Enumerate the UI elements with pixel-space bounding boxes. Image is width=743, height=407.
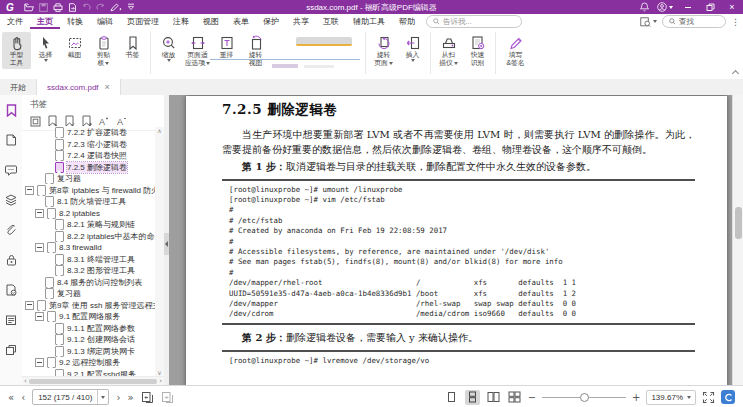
- quick-recognize-button[interactable]: 快速识别: [463, 32, 492, 69]
- bookmark-tree-item[interactable]: 9.1.1 配置网络参数: [22, 323, 155, 335]
- page-number-field[interactable]: 152 (175 / 410): [32, 389, 109, 405]
- scroll-right-icon[interactable]: ›: [159, 377, 162, 385]
- delete-bookmark-icon[interactable]: [64, 115, 75, 127]
- zoom-percentage-field[interactable]: 139.67%: [646, 390, 696, 405]
- print-icon[interactable]: [53, 3, 63, 12]
- bookmark-tree-item[interactable]: 8.3 firewalld: [22, 242, 155, 254]
- increase-text-size-icon[interactable]: A: [98, 116, 110, 127]
- bookmark-tree-item[interactable]: 8.3.1 终端管理工具: [22, 254, 155, 266]
- notification-bell-icon[interactable]: [640, 2, 649, 12]
- collapse-expander-icon[interactable]: [25, 301, 34, 310]
- insert-pages-button[interactable]: 插入: [398, 32, 427, 64]
- redo-icon[interactable]: [96, 3, 105, 11]
- collapse-expander-icon[interactable]: [35, 209, 44, 218]
- minimize-button[interactable]: [681, 1, 695, 13]
- clipboard-button[interactable]: 剪贴板: [89, 32, 118, 69]
- open-file-icon[interactable]: [24, 3, 34, 12]
- set-destination-icon[interactable]: [81, 115, 92, 127]
- close-button[interactable]: ×: [725, 1, 739, 13]
- menu-file[interactable]: 文件: [0, 14, 30, 29]
- first-page-button[interactable]: «: [8, 392, 14, 403]
- page-field-caret-icon[interactable]: [97, 390, 108, 404]
- menu-connect[interactable]: 互联: [316, 14, 346, 29]
- panel-horizontal-scrollbar[interactable]: ‹ ›: [22, 376, 164, 385]
- collapse-expander-icon[interactable]: [35, 358, 44, 367]
- restore-button[interactable]: [703, 1, 717, 13]
- decrease-text-size-icon[interactable]: A: [116, 116, 128, 127]
- menu-view[interactable]: 视图: [196, 14, 226, 29]
- zoom-in-button[interactable]: +: [632, 392, 640, 403]
- destinations-panel-icon[interactable]: [4, 343, 18, 357]
- rotate-pages-button[interactable]: 旋转页面: [369, 32, 398, 69]
- close-tab-icon[interactable]: ×: [105, 82, 110, 92]
- previous-view-button[interactable]: [141, 391, 154, 404]
- pen-tool-icon[interactable]: [110, 3, 122, 12]
- scrollbar-thumb[interactable]: [735, 207, 742, 239]
- tab-start[interactable]: 开始: [0, 79, 37, 95]
- scroll-up-icon[interactable]: ∧: [156, 127, 163, 134]
- next-page-button[interactable]: ›: [116, 392, 120, 403]
- menu-organize[interactable]: 页面管理: [120, 14, 166, 29]
- from-scanner-button[interactable]: 从扫描仪: [434, 32, 463, 69]
- menu-accessibility[interactable]: 辅助工具: [346, 14, 392, 29]
- layers-panel-icon[interactable]: [4, 193, 18, 207]
- snapshot-button[interactable]: 截图: [60, 32, 89, 61]
- single-page-view-icon[interactable]: [444, 390, 459, 405]
- previous-page-button[interactable]: ‹: [21, 392, 25, 403]
- bookmark-tree-item[interactable]: 9.1 配置网络服务: [22, 311, 155, 323]
- bookmark-tree-item[interactable]: 9.2 远程控制服务: [22, 357, 155, 369]
- comments-panel-icon[interactable]: [4, 163, 18, 177]
- bookmark-tree-item[interactable]: 7.2.2 扩容逻辑卷: [22, 127, 155, 139]
- bookmark-tree-item[interactable]: 9.1.2 创建网络会话: [22, 334, 155, 346]
- more-options-icon[interactable]: ⋮: [731, 17, 740, 27]
- scroll-left-icon[interactable]: ‹: [24, 377, 27, 385]
- menu-convert[interactable]: 转换: [60, 14, 90, 29]
- fields-panel-icon[interactable]: [4, 313, 18, 327]
- bookmark-tree-item[interactable]: 8.1 防火墙管理工具: [22, 196, 155, 208]
- bookmark-tree-item[interactable]: 8.3.2 图形管理工具: [22, 265, 155, 277]
- zoom-slider[interactable]: [542, 390, 626, 405]
- page-thumbnails-panel-icon[interactable]: [4, 133, 18, 147]
- reflow-button[interactable]: 重排: [212, 32, 241, 61]
- fill-sign-button[interactable]: 填写&签名: [499, 32, 532, 69]
- bookmark-tree-item[interactable]: 7.2.4 逻辑卷快照: [22, 150, 155, 162]
- security-panel-icon[interactable]: [4, 253, 18, 267]
- bookmark-tree-item[interactable]: 复习题: [22, 288, 155, 300]
- save-icon[interactable]: [39, 3, 48, 12]
- menu-edit[interactable]: 编辑: [90, 14, 120, 29]
- bookmark-tree-item[interactable]: 8.2 iptables: [22, 208, 155, 220]
- find-input[interactable]: 查找: [662, 15, 726, 28]
- continuous-view-icon[interactable]: [465, 390, 480, 405]
- panel-vertical-scrollbar[interactable]: ∧ ∨: [155, 127, 164, 376]
- menu-comment[interactable]: 注释: [166, 14, 196, 29]
- continuous-facing-view-icon[interactable]: [507, 390, 522, 405]
- menu-protect[interactable]: 保护: [256, 14, 286, 29]
- scrollbar-thumb[interactable]: [29, 379, 157, 384]
- scroll-down-icon[interactable]: ∨: [156, 369, 163, 376]
- attachments-panel-icon[interactable]: [4, 223, 18, 237]
- bookmark-tree-item[interactable]: 第8章 iptables 与 firewalld 防火墙: [22, 185, 155, 197]
- bookmark-tree-item[interactable]: 8.4 服务的访问控制列表: [22, 277, 155, 289]
- menu-form[interactable]: 表单: [226, 14, 256, 29]
- email-icon[interactable]: [68, 3, 77, 12]
- menu-home[interactable]: 主页: [30, 14, 60, 29]
- menu-share[interactable]: 共享: [286, 14, 316, 29]
- find-options-button[interactable]: [640, 17, 657, 27]
- zoom-out-button[interactable]: −: [528, 392, 536, 403]
- bookmark-tree-item[interactable]: 复习题: [22, 173, 155, 185]
- bookmark-tree-item[interactable]: 第9章 使用 ssh 服务管理远程主机: [22, 300, 155, 312]
- rotate-view-button[interactable]: 旋转视图: [241, 32, 270, 69]
- hand-tool-button[interactable]: 手型工具: [2, 32, 31, 69]
- collapse-expander-icon[interactable]: [35, 312, 44, 321]
- signatures-panel-icon[interactable]: [4, 283, 18, 297]
- add-bookmark-icon[interactable]: [47, 115, 58, 127]
- bookmark-tree-item[interactable]: 7.2.3 缩小逻辑卷: [22, 139, 155, 151]
- bookmark-tree-item[interactable]: 9.1.3 绑定两块网卡: [22, 346, 155, 358]
- tell-me-search-input[interactable]: 告诉我...: [426, 15, 522, 28]
- fullscreen-button[interactable]: [702, 391, 715, 404]
- bookmark-tree-item[interactable]: 8.2.2 iptables中基本的命令参数: [22, 231, 155, 243]
- zoom-button[interactable]: 缩放: [154, 32, 183, 64]
- slider-knob[interactable]: [580, 393, 589, 402]
- collapse-ribbon-button[interactable]: [732, 69, 739, 76]
- document-vertical-scrollbar[interactable]: [732, 95, 743, 385]
